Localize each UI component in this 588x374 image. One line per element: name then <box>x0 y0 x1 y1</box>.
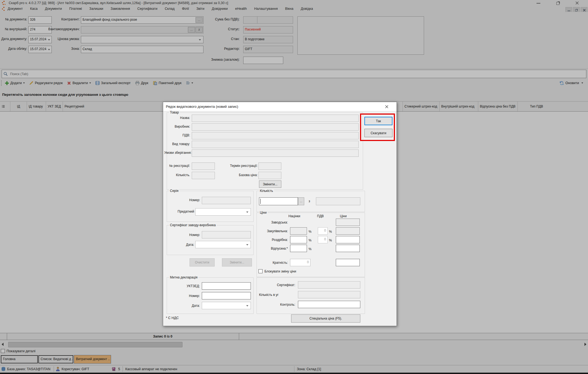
chevron-down-icon[interactable] <box>246 211 248 213</box>
uktzed-label: УКТЗЕД: <box>173 284 200 288</box>
series-group-label: Серія <box>169 189 179 193</box>
name-label: Назва: <box>164 116 190 120</box>
factory-price-field <box>336 219 360 226</box>
factory-price-label: Заводська: <box>247 220 288 224</box>
cancel-button[interactable]: Скасувати <box>364 129 392 137</box>
control-field[interactable] <box>298 301 360 308</box>
selling-markup-field[interactable] <box>290 245 307 252</box>
prices-column-label: Ціни <box>340 214 347 218</box>
factory-cert-group: Сертифікат заводу-виробника <box>167 225 254 255</box>
qty-in-pack-field <box>298 291 360 298</box>
customs-number-label: Номер: <box>173 294 200 298</box>
app-window: Скарб pro v. 4.0.2.77 [ІД: 969] - [Апт №… <box>0 0 588 374</box>
dialog-close-icon[interactable] <box>385 105 389 109</box>
valid-until-dropdown[interactable] <box>195 208 251 216</box>
retail-price-field[interactable] <box>336 236 360 243</box>
storage-field <box>192 149 359 157</box>
quantity-total-field <box>316 197 360 205</box>
percent-label: % <box>329 238 332 242</box>
selling-price-field[interactable] <box>336 245 360 252</box>
dialog-title-bar: Рядок видаткового документа (новий запис… <box>163 102 397 111</box>
reg-term-label: Термін реєстрації: <box>220 164 258 168</box>
quantity-field <box>192 172 215 179</box>
customs-date-label: Дата: <box>173 304 200 308</box>
reg-term-field <box>258 163 281 170</box>
clear-button[interactable]: Очистити <box>190 258 215 266</box>
quantity-group-label: Кількість <box>259 189 274 193</box>
quantity-lookup-button[interactable]: … <box>298 197 304 205</box>
uktzed-field[interactable] <box>202 282 251 290</box>
chevron-down-icon[interactable] <box>246 305 248 306</box>
multiplicity-field[interactable]: 0 <box>290 259 310 266</box>
storage-label: Умови зберігання: <box>164 151 190 155</box>
manufacturer-label: Виробник: <box>164 125 190 128</box>
purchase-vat-field[interactable]: 0 <box>318 227 328 235</box>
reg-no-field <box>192 163 215 170</box>
customs-group-label: Митна декларація <box>169 275 198 279</box>
series-number-field <box>202 197 251 204</box>
factory-cert-number-field <box>202 231 251 238</box>
manufacturer-field <box>192 123 359 131</box>
purchase-markup-field <box>290 227 307 235</box>
product-type-label: Вид товару: <box>164 142 190 146</box>
name-field <box>192 115 359 122</box>
percent-label: % <box>309 230 312 234</box>
qty-in-pack-label: Кількість в уг <box>259 293 297 297</box>
vat-field <box>192 132 359 139</box>
series-group: Серія <box>167 191 254 222</box>
percent-label: % <box>309 238 312 242</box>
factory-cert-number-label: Номер: <box>173 233 200 237</box>
line-item-dialog: Рядок видаткового документа (новий запис… <box>163 102 397 326</box>
percent-label: % <box>329 230 332 234</box>
change-button-disabled[interactable]: Змінити... <box>222 258 252 266</box>
certificate-label: Сертифікат: <box>255 283 295 287</box>
retail-markup-field[interactable] <box>290 236 307 243</box>
change-button[interactable]: Змінити... <box>259 180 281 188</box>
ok-button[interactable]: Так <box>364 117 392 125</box>
special-price-button[interactable]: Спеціальна ціна (F5). <box>291 314 360 323</box>
prices-group-label: Ціни <box>259 211 267 214</box>
multiplicity-price-field[interactable] <box>336 259 360 266</box>
control-label: Контроль: <box>255 303 295 306</box>
base-price-label: Базова ціна: <box>220 173 258 177</box>
certificate-field <box>298 281 360 289</box>
product-type-field <box>192 141 359 148</box>
of-label: з <box>309 199 310 203</box>
vat-label: ПДВ: <box>164 133 190 137</box>
purchase-price-field <box>336 227 360 235</box>
dialog-title: Рядок видаткового документа (новий запис… <box>166 105 238 109</box>
with-vat-note: * С НДС <box>166 316 179 320</box>
multiplicity-label: Кратність: <box>247 261 288 265</box>
factory-cert-group-label: Сертифікат заводу-виробника <box>169 223 217 227</box>
retail-vat-field[interactable]: 0 <box>318 236 328 243</box>
vat-column-label: ПДВ <box>317 214 324 218</box>
product-group-label: Товар <box>169 111 180 114</box>
factory-cert-date-dropdown[interactable] <box>195 241 251 248</box>
series-number-label: Номер: <box>173 198 200 202</box>
quantity-label: Кількість. <box>164 173 190 177</box>
text-caret <box>260 199 261 204</box>
block-price-label: Блокувати зміну ціни <box>264 269 296 273</box>
markups-column-label: Націнки <box>288 214 300 218</box>
customs-date-dropdown[interactable] <box>202 302 251 309</box>
percent-label: % <box>309 247 312 251</box>
valid-until-label: Придатний <box>167 210 194 213</box>
reg-no-label: № реєстрації: <box>164 164 190 168</box>
chevron-down-icon[interactable] <box>246 244 248 246</box>
factory-cert-date-label: Дата: <box>167 243 194 247</box>
base-price-field <box>258 172 281 179</box>
quantity-input[interactable] <box>259 197 298 205</box>
block-price-checkbox[interactable] <box>258 269 263 273</box>
customs-number-field[interactable] <box>202 292 251 299</box>
